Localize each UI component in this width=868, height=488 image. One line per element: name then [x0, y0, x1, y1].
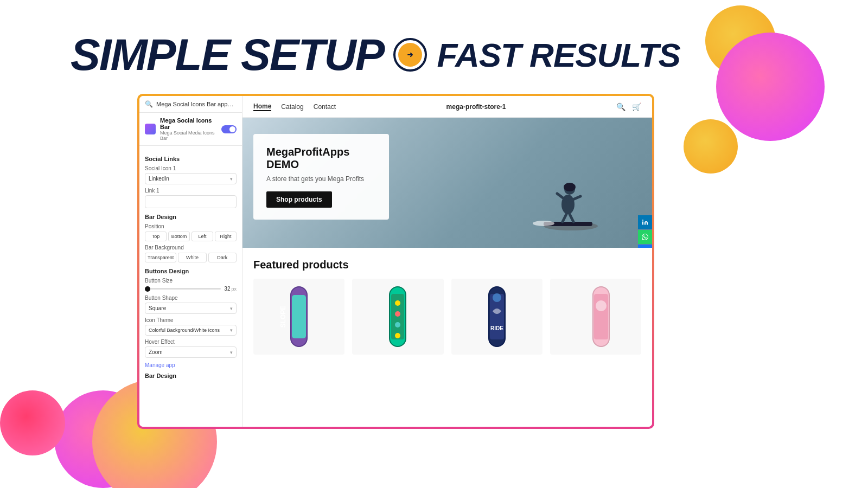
heading-area: SIMPLE SETUP FAST RESULTS	[71, 33, 680, 77]
store-nav-icons: 🔍 🛒	[616, 102, 641, 111]
shop-products-button[interactable]: Shop products	[266, 191, 332, 208]
svg-point-18	[395, 300, 400, 306]
svg-line-9	[570, 214, 573, 222]
search-icon: 🔍	[145, 100, 153, 108]
product-card-4[interactable]	[550, 279, 641, 355]
manage-app-link[interactable]: Manage app	[145, 362, 237, 368]
store-preview: Home Catalog Contact mega-profit-store-1…	[242, 96, 652, 427]
browser-inner: 🔍 Mega Social Icons Bar app_title:Me Meg…	[139, 96, 652, 427]
bar-background-buttons: Transparent White Dark	[145, 253, 237, 262]
bg-dark-btn[interactable]: Dark	[208, 253, 237, 262]
simple-setup-text: SIMPLE SETUP	[71, 33, 384, 77]
button-shape-select[interactable]: Square ▾	[145, 303, 237, 314]
social-icon-1-label: Social Icon 1	[145, 165, 237, 171]
app-name: Mega Social Icons Bar	[160, 117, 217, 130]
bg-white-btn[interactable]: White	[178, 253, 206, 262]
svg-point-25	[493, 293, 501, 302]
position-left-btn[interactable]: Left	[192, 232, 213, 241]
button-shape-label: Button Shape	[145, 295, 237, 301]
svg-rect-13	[292, 295, 306, 338]
social-sidebar	[638, 215, 652, 248]
decorative-circle-1	[705, 5, 776, 76]
position-right-btn[interactable]: Right	[215, 232, 237, 241]
button-size-label: Button Size	[145, 278, 237, 284]
decorative-circle-2	[716, 33, 825, 141]
product-card-2[interactable]	[352, 279, 443, 355]
editor-panel: 🔍 Mega Social Icons Bar app_title:Me Meg…	[139, 96, 242, 427]
svg-point-19	[395, 311, 400, 317]
search-nav-icon[interactable]: 🔍	[616, 102, 626, 111]
editor-content: Social Links Social Icon 1 LinkedIn ▾ Li…	[139, 146, 242, 427]
svg-point-30	[596, 300, 607, 311]
position-label: Position	[145, 223, 237, 229]
store-navbar: Home Catalog Contact mega-profit-store-1…	[242, 96, 652, 118]
hover-effect-label: Hover Effect	[145, 339, 237, 345]
bar-design-label: Bar Design	[145, 214, 237, 220]
bg-transparent-btn[interactable]: Transparent	[145, 253, 176, 262]
svg-text:RIDE: RIDE	[490, 325, 503, 331]
editor-search-bar: 🔍 Mega Social Icons Bar app_title:Me	[139, 96, 242, 113]
fast-results-text: FAST RESULTS	[437, 36, 680, 74]
browser-outer: 🔍 Mega Social Icons Bar app_title:Me Meg…	[137, 94, 654, 429]
select-arrow-icon: ▾	[230, 176, 233, 182]
decorative-circle-3	[684, 119, 738, 174]
buttons-design-label: Buttons Design	[145, 268, 237, 274]
svg-point-20	[395, 322, 400, 328]
slider-track[interactable]	[145, 288, 221, 290]
hero-subtitle: A store that gets you Mega Profits	[266, 175, 376, 183]
position-bottom-btn[interactable]: Bottom	[168, 232, 190, 241]
position-top-btn[interactable]: Top	[145, 232, 167, 241]
hero-title: MegaProfitApps DEMO	[266, 146, 376, 171]
featured-title: Featured products	[253, 259, 641, 271]
arrow-inner	[398, 43, 422, 67]
bar-background-label: Bar Background	[145, 245, 237, 251]
search-input-display: Mega Social Icons Bar app_title:Me	[156, 101, 237, 107]
svg-text:SLOPE: SLOPE	[280, 306, 287, 328]
social-icon-1-select[interactable]: LinkedIn ▾	[145, 173, 237, 184]
nav-catalog-link[interactable]: Catalog	[281, 103, 303, 111]
linkedin-social-icon[interactable]	[638, 215, 652, 229]
select-arrow-shape-icon: ▾	[230, 306, 233, 311]
svg-line-8	[563, 214, 566, 222]
svg-point-10	[533, 221, 554, 226]
icon-theme-label: Icon Theme	[145, 317, 237, 323]
hover-effect-select[interactable]: Zoom ▾	[145, 346, 237, 358]
select-arrow-theme-icon: ▾	[230, 328, 233, 333]
select-arrow-hover-icon: ▾	[230, 350, 233, 355]
slider-value-display: 32 px	[224, 286, 237, 292]
products-grid: SLOPE	[253, 279, 641, 355]
store-name: mega-profit-store-1	[446, 103, 506, 111]
icon-theme-select[interactable]: Colorful Background/White Icons ▾	[145, 325, 237, 336]
cart-nav-icon[interactable]: 🛒	[632, 102, 641, 111]
slider-thumb[interactable]	[145, 286, 150, 292]
product-card-1[interactable]: SLOPE	[253, 279, 344, 355]
app-subtitle: Mega Social Media Icons Bar	[160, 130, 217, 141]
hero-section: MegaProfitApps DEMO A store that gets yo…	[242, 118, 652, 248]
hero-snowboarder-svg	[489, 129, 609, 248]
svg-point-11	[642, 220, 643, 221]
button-size-slider-row: 32 px	[145, 286, 237, 292]
arrow-circle-icon	[393, 38, 427, 72]
product-card-3[interactable]: RIDE	[451, 279, 542, 355]
whatsapp-social-icon[interactable]	[638, 230, 652, 244]
link-1-input[interactable]	[145, 195, 237, 208]
svg-point-5	[564, 183, 576, 191]
toggle-switch[interactable]	[221, 125, 237, 133]
editor-app-text: Mega Social Icons Bar Mega Social Media …	[160, 117, 217, 141]
link-1-label: Link 1	[145, 188, 237, 194]
editor-app-row[interactable]: Mega Social Icons Bar Mega Social Media …	[139, 113, 242, 146]
decorative-circle-5	[0, 390, 65, 455]
social-links-label: Social Links	[145, 156, 237, 162]
svg-point-21	[395, 333, 400, 338]
featured-section: Featured products SLOPE	[242, 248, 652, 427]
nav-contact-link[interactable]: Contact	[314, 103, 336, 111]
position-buttons: Top Bottom Left Right	[145, 232, 237, 241]
nav-home-link[interactable]: Home	[253, 102, 271, 111]
hero-card: MegaProfitApps DEMO A store that gets yo…	[253, 134, 389, 220]
app-icon	[145, 124, 156, 134]
store-nav-links: Home Catalog Contact	[253, 102, 336, 111]
facebook-social-icon[interactable]	[638, 245, 652, 248]
bar-design-2-label: Bar Design	[145, 373, 237, 379]
